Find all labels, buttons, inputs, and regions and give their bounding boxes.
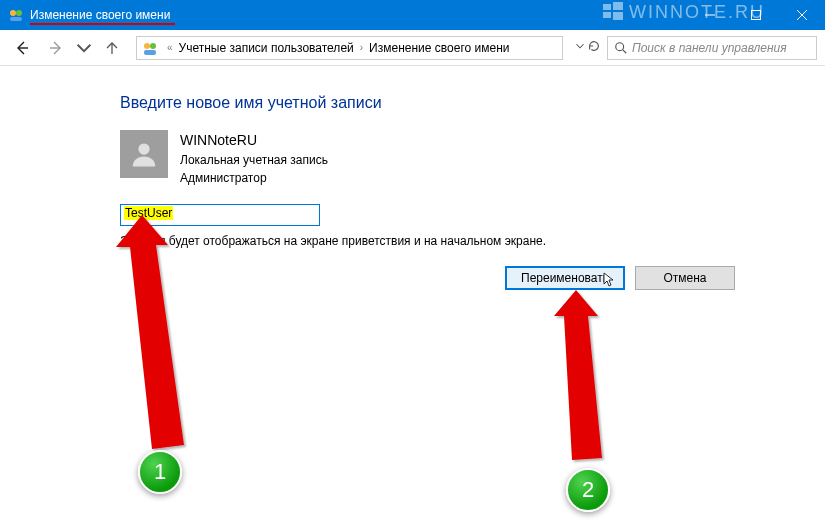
annotation-badge-2: 2 — [566, 468, 610, 512]
svg-rect-5 — [603, 12, 611, 18]
svg-rect-4 — [613, 2, 623, 10]
svg-marker-20 — [116, 215, 184, 449]
app-icon — [8, 7, 24, 23]
cursor-icon — [603, 272, 615, 288]
refresh-button[interactable] — [573, 39, 601, 57]
user-info: WINNoteRU Локальная учетная запись Админ… — [120, 130, 825, 187]
svg-rect-16 — [144, 50, 156, 55]
breadcrumb-item[interactable]: Учетные записи пользователей — [177, 41, 356, 55]
refresh-icon — [587, 39, 601, 57]
svg-point-0 — [10, 10, 16, 16]
cancel-button-label: Отмена — [663, 271, 706, 285]
account-type: Локальная учетная запись — [180, 151, 328, 169]
account-role: Администратор — [180, 169, 328, 187]
svg-line-18 — [623, 49, 627, 53]
avatar — [120, 130, 168, 178]
nav-history-button[interactable] — [76, 34, 92, 62]
svg-point-14 — [144, 43, 150, 49]
annotation-arrow-2 — [554, 290, 634, 480]
svg-rect-2 — [10, 17, 22, 21]
chevron-icon: « — [163, 42, 177, 53]
search-placeholder: Поиск в панели управления — [632, 41, 787, 55]
nav-forward-button[interactable] — [42, 34, 70, 62]
nav-up-button[interactable] — [98, 34, 126, 62]
svg-point-17 — [616, 42, 624, 50]
svg-point-1 — [16, 10, 22, 16]
window-title-text: Изменение своего имени — [30, 8, 170, 22]
svg-rect-6 — [613, 12, 623, 20]
svg-marker-21 — [554, 290, 602, 460]
chevron-down-icon — [573, 39, 587, 57]
title-underline-marker — [30, 23, 175, 25]
page-heading: Введите новое имя учетной записи — [120, 94, 825, 112]
page-content: Введите новое имя учетной записи WINNote… — [0, 66, 825, 248]
nav-back-button[interactable] — [8, 34, 36, 62]
close-button[interactable] — [779, 0, 825, 30]
svg-point-19 — [138, 143, 149, 154]
address-bar[interactable]: « Учетные записи пользователей › Изменен… — [136, 36, 563, 60]
description-text: Это имя будет отображаться на экране при… — [120, 234, 825, 248]
name-input-value: TestUser — [124, 206, 173, 220]
account-name: WINNoteRU — [180, 130, 328, 151]
search-icon — [614, 41, 628, 55]
cancel-button[interactable]: Отмена — [635, 266, 735, 290]
users-icon — [141, 39, 159, 57]
window-titlebar: Изменение своего имени WINNOTE.RU — [0, 0, 825, 30]
svg-point-15 — [150, 43, 156, 49]
watermark: WINNOTE.RU — [603, 2, 765, 23]
chevron-right-icon: › — [356, 42, 367, 53]
rename-button-label: Переименовать — [521, 271, 609, 285]
search-input[interactable]: Поиск в панели управления — [607, 36, 817, 60]
annotation-badge-1: 1 — [138, 450, 182, 494]
window-title: Изменение своего имени — [30, 8, 170, 22]
breadcrumb-item[interactable]: Изменение своего имени — [367, 41, 511, 55]
svg-rect-3 — [603, 4, 611, 10]
rename-button[interactable]: Переименовать — [505, 266, 625, 290]
annotation-arrow-1 — [116, 215, 206, 475]
name-input[interactable]: TestUser — [120, 204, 320, 226]
nav-toolbar: « Учетные записи пользователей › Изменен… — [0, 30, 825, 66]
